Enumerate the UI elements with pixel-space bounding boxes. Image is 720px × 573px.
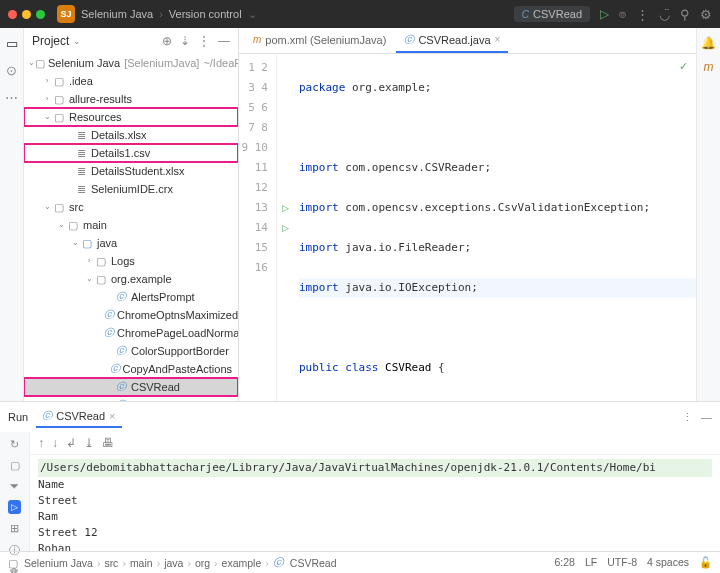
tree-file[interactable]: ≣SeleniumIDE.crx bbox=[24, 180, 238, 198]
notifications-icon[interactable]: 🔔 bbox=[701, 36, 716, 50]
right-tool-gutter: 🔔 m bbox=[696, 28, 720, 401]
tree-root[interactable]: ⌄▢ Selenium Java [SeleniumJava] ~/IdeaPr… bbox=[24, 54, 238, 72]
close-run-tab-icon[interactable]: × bbox=[109, 410, 115, 422]
more-actions-icon[interactable]: ⋮ bbox=[636, 7, 649, 22]
tree-class[interactable]: ⓒChromeOptnsMaximized bbox=[24, 306, 238, 324]
tree-class[interactable]: ⓒAlertsPrompt bbox=[24, 288, 238, 306]
breadcrumb[interactable]: main bbox=[130, 557, 153, 569]
tab-csvread[interactable]: ⓒ CSVRead.java × bbox=[396, 29, 508, 53]
tree-module-hint: [SeleniumJava] bbox=[124, 54, 199, 72]
run-config-selector[interactable]: C CSVRead bbox=[514, 6, 590, 22]
resume-icon[interactable]: ▷ bbox=[8, 500, 21, 514]
vcs-menu[interactable]: Version control bbox=[169, 8, 242, 20]
tree-class[interactable]: ⓒCopyAndPasteActions bbox=[24, 360, 238, 378]
close-tab-icon[interactable]: × bbox=[495, 34, 501, 45]
tree-class[interactable]: ⓒColorSupportBorder bbox=[24, 342, 238, 360]
panel-options-icon[interactable]: ⋮ bbox=[198, 34, 210, 48]
breadcrumb[interactable]: src bbox=[104, 557, 118, 569]
tree-file[interactable]: ≣DetailsStudent.xlsx bbox=[24, 162, 238, 180]
console-line: Name bbox=[38, 477, 712, 493]
minimize-window-icon[interactable] bbox=[22, 10, 31, 19]
class-icon: C bbox=[522, 9, 529, 20]
maven-tool-icon[interactable]: m bbox=[704, 60, 714, 74]
code-content[interactable]: package org.example; import com.opencsv.… bbox=[293, 54, 696, 401]
run-line-icon[interactable]: ▷ bbox=[277, 198, 293, 218]
hide-panel-icon[interactable]: — bbox=[218, 34, 230, 48]
settings-icon[interactable]: ⚙ bbox=[700, 7, 712, 22]
collapse-all-icon[interactable]: ⇣ bbox=[180, 34, 190, 48]
project-tree[interactable]: ⌄▢ Selenium Java [SeleniumJava] ~/IdeaPr… bbox=[24, 54, 238, 401]
project-badge[interactable]: SJ bbox=[57, 5, 75, 23]
run-gutter: ▷ ▷ bbox=[277, 54, 293, 401]
tab-pom[interactable]: m pom.xml (SeleniumJava) bbox=[245, 30, 394, 52]
run-config-label: CSVRead bbox=[533, 8, 582, 20]
indent-info[interactable]: 4 spaces bbox=[647, 556, 689, 569]
tree-file-details1-csv[interactable]: ≣Details1.csv bbox=[24, 144, 238, 162]
filter-icon[interactable]: ⏷ bbox=[9, 480, 20, 492]
account-icon[interactable]: ◡̈ bbox=[659, 7, 670, 22]
tree-item[interactable]: ⌄▢main bbox=[24, 216, 238, 234]
line-separator[interactable]: LF bbox=[585, 556, 597, 569]
tree-class[interactable]: ⓒChromePageLoadNormal bbox=[24, 324, 238, 342]
code-editor[interactable]: ✓ 1 2 3 4 5 6 7 8 9 10 11 12 13 14 15 16… bbox=[239, 54, 696, 401]
breadcrumb[interactable]: java bbox=[164, 557, 183, 569]
tree-file[interactable]: ≣Details.xlsx bbox=[24, 126, 238, 144]
scroll-end-icon[interactable]: ⤓ bbox=[84, 436, 94, 450]
stop-icon[interactable]: ▢ bbox=[10, 459, 20, 472]
tab-label: CSVRead.java bbox=[418, 34, 490, 46]
editor-area: m pom.xml (SeleniumJava) ⓒ CSVRead.java … bbox=[239, 28, 696, 401]
run-label: Run bbox=[8, 411, 28, 423]
tree-item[interactable]: ›▢Logs bbox=[24, 252, 238, 270]
rerun-icon[interactable]: ↻ bbox=[10, 438, 19, 451]
console-command: /Users/debomitabhattacharjee/Library/Jav… bbox=[38, 459, 712, 477]
close-window-icon[interactable] bbox=[8, 10, 17, 19]
project-tool-window: Project ⌄ ⊕ ⇣ ⋮ — ⌄▢ Selenium Java [Sele… bbox=[24, 28, 239, 401]
project-name[interactable]: Selenium Java bbox=[81, 8, 153, 20]
run-line-icon[interactable]: ▷ bbox=[277, 218, 293, 238]
breadcrumb[interactable]: CSVRead bbox=[290, 557, 337, 569]
up-icon[interactable]: ↑ bbox=[38, 436, 44, 450]
run-tab[interactable]: ⓒ CSVRead × bbox=[36, 406, 121, 428]
chevron-down-icon: ⌄ bbox=[248, 8, 257, 21]
tree-item[interactable]: ›▢.idea bbox=[24, 72, 238, 90]
print-icon[interactable]: 🖶 bbox=[102, 436, 114, 450]
tree-item[interactable]: ⌄▢src bbox=[24, 198, 238, 216]
panel-title[interactable]: Project bbox=[32, 34, 69, 48]
line-gutter[interactable]: 1 2 3 4 5 6 7 8 9 10 11 12 13 14 15 16 bbox=[239, 54, 277, 401]
readonly-toggle-icon[interactable]: 🔓 bbox=[699, 556, 712, 569]
breadcrumb[interactable]: Selenium Java bbox=[24, 557, 93, 569]
maximize-window-icon[interactable] bbox=[36, 10, 45, 19]
tree-label: Selenium Java bbox=[48, 54, 120, 72]
run-options-icon[interactable]: ⋮ bbox=[682, 411, 693, 424]
tree-package[interactable]: ⌄▢org.example bbox=[24, 270, 238, 288]
module-icon[interactable]: ▢ bbox=[8, 557, 18, 569]
soft-wrap-icon[interactable]: ↲ bbox=[66, 436, 76, 450]
chevron-down-icon[interactable]: ⌄ bbox=[73, 36, 81, 46]
structure-tool-icon[interactable]: ⋯ bbox=[5, 90, 18, 105]
maven-icon: m bbox=[253, 34, 261, 45]
breadcrumb[interactable]: example bbox=[222, 557, 262, 569]
run-button[interactable]: ▷ bbox=[600, 7, 609, 21]
window-controls[interactable] bbox=[8, 10, 45, 19]
breadcrumb[interactable]: org bbox=[195, 557, 210, 569]
select-opened-file-icon[interactable]: ⊕ bbox=[162, 34, 172, 48]
console-output[interactable]: /Users/debomitabhattacharjee/Library/Jav… bbox=[30, 455, 720, 551]
search-icon[interactable]: ⚲ bbox=[680, 7, 690, 22]
tree-class-csvread[interactable]: ⓒCSVRead bbox=[24, 378, 238, 396]
caret-position[interactable]: 6:28 bbox=[555, 556, 575, 569]
tree-item[interactable]: ›▢allure-results bbox=[24, 90, 238, 108]
inspections-ok-icon[interactable]: ✓ bbox=[679, 60, 688, 73]
file-encoding[interactable]: UTF-8 bbox=[607, 556, 637, 569]
tree-item-resources[interactable]: ⌄▢Resources bbox=[24, 108, 238, 126]
layout-icon[interactable]: ⊞ bbox=[10, 522, 19, 535]
down-icon[interactable]: ↓ bbox=[52, 436, 58, 450]
hide-run-panel-icon[interactable]: — bbox=[701, 411, 712, 424]
console-toolbar: ↑ ↓ ↲ ⤓ 🖶 bbox=[30, 432, 720, 455]
tree-item[interactable]: ⌄▢java bbox=[24, 234, 238, 252]
commit-tool-icon[interactable]: ⊙ bbox=[6, 63, 17, 78]
debug-button[interactable]: ⌾ bbox=[619, 7, 626, 21]
project-tool-icon[interactable]: ▭ bbox=[6, 36, 18, 51]
console-line: Ram bbox=[38, 509, 712, 525]
class-icon: ⓒ bbox=[273, 556, 284, 570]
status-bar: ▢ Selenium Java› src› main› java› org› e… bbox=[0, 551, 720, 573]
